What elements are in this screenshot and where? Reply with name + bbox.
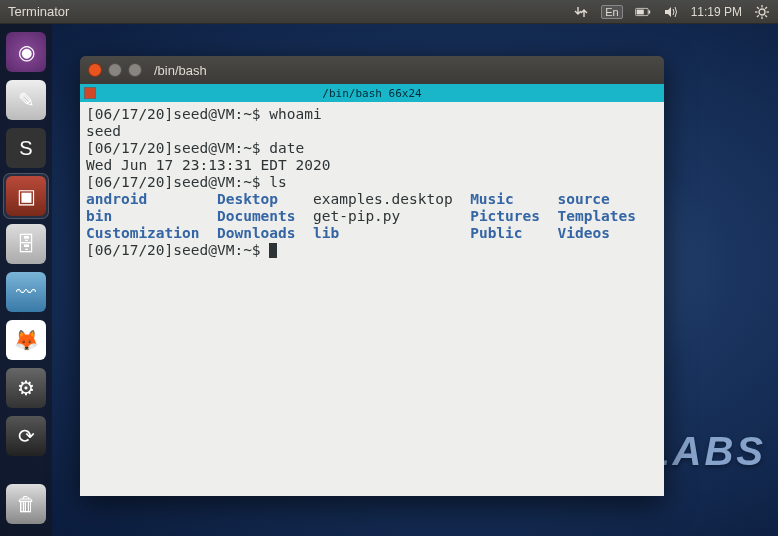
svg-line-9 (765, 15, 767, 17)
window-close-button[interactable] (88, 63, 102, 77)
launcher-text-editor[interactable]: ✎ (4, 78, 48, 122)
window-titlebar[interactable]: /bin/bash (80, 56, 664, 84)
firefox-icon: 🦊 (6, 320, 46, 360)
launcher-software-updater[interactable]: ⟳ (4, 414, 48, 458)
system-tray: En 11:19 PM (573, 4, 770, 20)
clock[interactable]: 11:19 PM (691, 5, 742, 19)
launcher-trash[interactable]: 🗑 (4, 482, 48, 526)
launcher-files[interactable]: 🗄 (4, 222, 48, 266)
launcher-system-settings[interactable]: ⚙ (4, 366, 48, 410)
svg-rect-2 (636, 9, 643, 14)
wireshark-icon: 〰 (6, 272, 46, 312)
terminal-tab-label: /bin/bash 66x24 (322, 87, 421, 100)
terminal-output[interactable]: [06/17/20]seed@VM:~$ whoami seed [06/17/… (80, 102, 664, 496)
volume-icon[interactable] (663, 4, 679, 20)
launcher-terminator[interactable]: ▣ (4, 174, 48, 218)
trash-icon: 🗑 (6, 484, 46, 524)
svg-point-3 (759, 9, 765, 15)
system-settings-icon: ⚙ (6, 368, 46, 408)
session-gear-icon[interactable] (754, 4, 770, 20)
ubuntu-dash-icon: ◉ (6, 32, 46, 72)
svg-line-10 (757, 15, 759, 17)
network-icon[interactable] (573, 4, 589, 20)
launcher-wireshark[interactable]: 〰 (4, 270, 48, 314)
terminal-tabbar[interactable]: /bin/bash 66x24 (80, 84, 664, 102)
active-app-title: Terminator (8, 4, 573, 19)
launcher-firefox[interactable]: 🦊 (4, 318, 48, 362)
svg-line-8 (757, 7, 759, 9)
svg-rect-1 (648, 10, 650, 13)
text-editor-icon: ✎ (6, 80, 46, 120)
battery-icon[interactable] (635, 4, 651, 20)
top-menubar: Terminator En 11:19 PM (0, 0, 778, 24)
launcher-ubuntu-dash[interactable]: ◉ (4, 30, 48, 74)
keyboard-language-indicator[interactable]: En (601, 5, 622, 19)
tab-broadcast-icon[interactable] (84, 87, 96, 99)
launcher-sublime-text[interactable]: S (4, 126, 48, 170)
sublime-text-icon: S (6, 128, 46, 168)
window-title: /bin/bash (154, 63, 207, 78)
terminator-icon: ▣ (6, 176, 46, 216)
terminator-window: /bin/bash /bin/bash 66x24 [06/17/20]seed… (80, 56, 664, 496)
files-icon: 🗄 (6, 224, 46, 264)
window-maximize-button[interactable] (128, 63, 142, 77)
terminal-cursor (269, 243, 277, 258)
window-minimize-button[interactable] (108, 63, 122, 77)
unity-launcher: ◉✎S▣🗄〰🦊⚙⟳🗑 (0, 24, 52, 536)
software-updater-icon: ⟳ (6, 416, 46, 456)
svg-line-11 (765, 7, 767, 9)
